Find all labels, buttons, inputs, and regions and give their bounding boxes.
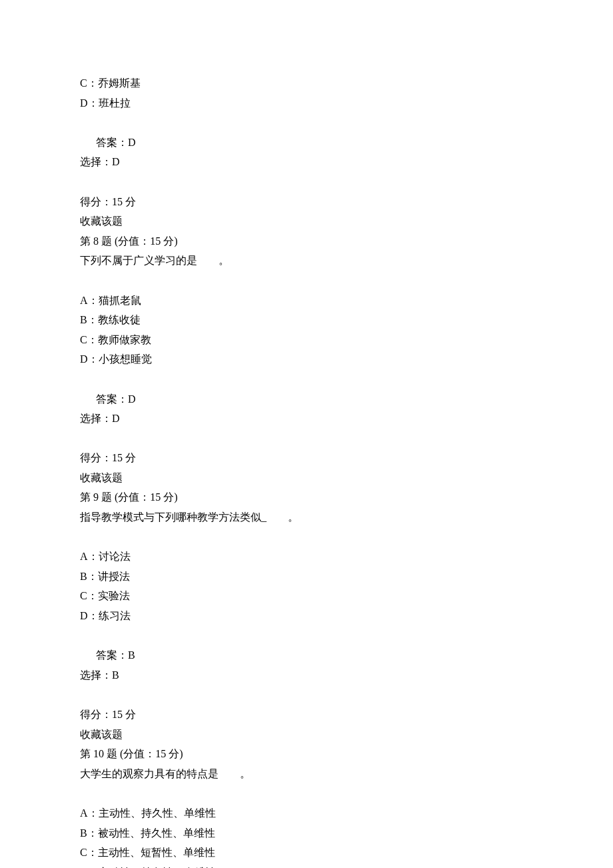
option-c: C：主动性、短暂性、单维性	[80, 843, 533, 863]
blank-line	[80, 685, 533, 705]
question-8: 得分：15 分 收藏该题 第 8 题 (分值：15 分) 下列不属于广义学习的是…	[80, 192, 533, 429]
answer-value: B	[128, 649, 135, 661]
blank-line	[80, 369, 533, 389]
favorite-link[interactable]: 收藏该题	[80, 468, 533, 488]
question-stem: 大学生的观察力具有的特点是 。	[80, 764, 533, 784]
answer-line: 答案：D	[80, 389, 533, 409]
question-header: 第 8 题 (分值：15 分)	[80, 231, 533, 251]
favorite-link[interactable]: 收藏该题	[80, 725, 533, 745]
blank-line	[80, 626, 533, 646]
answer-label: 答案：	[96, 393, 128, 405]
choice-label: 选择：	[80, 156, 112, 167]
option-c: C：教师做家教	[80, 330, 533, 350]
score-value: 15 分	[112, 196, 136, 207]
choice-value: B	[112, 669, 119, 681]
option-b: B：被动性、持久性、单维性	[80, 823, 533, 843]
question-stem: 指导教学模式与下列哪种教学方法类似_ 。	[80, 507, 533, 527]
option-d: D：班杜拉	[80, 93, 533, 113]
score-label: 得分：	[80, 709, 112, 720]
option-c: C：实验法	[80, 586, 533, 606]
score-line: 得分：15 分	[80, 448, 533, 468]
choice-value: D	[112, 156, 120, 167]
choice-line: 选择：D	[80, 409, 533, 429]
option-d: D：主动性、持久性、多维性	[80, 863, 533, 868]
blank-line	[80, 271, 533, 291]
choice-label: 选择：	[80, 413, 112, 424]
choice-line: 选择：B	[80, 665, 533, 685]
option-a: A：讨论法	[80, 547, 533, 567]
blank-line	[80, 429, 533, 449]
question-header: 第 10 题 (分值：15 分)	[80, 744, 533, 764]
choice-label: 选择：	[80, 669, 112, 681]
score-line: 得分：15 分	[80, 192, 533, 212]
score-line: 得分：15 分	[80, 705, 533, 725]
answer-line: 答案：D	[80, 133, 533, 153]
blank-line	[80, 783, 533, 803]
choice-line: 选择：D	[80, 152, 533, 172]
answer-label: 答案：	[96, 137, 128, 148]
option-d: D：小孩想睡觉	[80, 349, 533, 369]
score-label: 得分：	[80, 452, 112, 463]
question-9: 得分：15 分 收藏该题 第 9 题 (分值：15 分) 指导教学模式与下列哪种…	[80, 448, 533, 685]
blank-line	[80, 527, 533, 547]
question-10: 得分：15 分 收藏该题 第 10 题 (分值：15 分) 大学生的观察力具有的…	[80, 705, 533, 868]
question-7-tail: C：乔姆斯基 D：班杜拉 答案：D 选择：D	[80, 73, 533, 172]
answer-line: 答案：B	[80, 645, 533, 665]
score-label: 得分：	[80, 196, 112, 207]
score-value: 15 分	[112, 709, 136, 720]
answer-label: 答案：	[96, 649, 128, 661]
answer-value: D	[128, 137, 136, 148]
question-header: 第 9 题 (分值：15 分)	[80, 487, 533, 507]
question-stem: 下列不属于广义学习的是 。	[80, 251, 533, 271]
option-d: D：练习法	[80, 606, 533, 626]
score-value: 15 分	[112, 452, 136, 463]
choice-value: D	[112, 413, 120, 424]
option-a: A：主动性、持久性、单维性	[80, 803, 533, 823]
favorite-link[interactable]: 收藏该题	[80, 211, 533, 231]
option-c: C：乔姆斯基	[80, 73, 533, 93]
blank-line	[80, 172, 533, 192]
option-b: B：讲授法	[80, 567, 533, 587]
answer-value: D	[128, 393, 136, 405]
blank-line	[80, 113, 533, 133]
option-b: B：教练收徒	[80, 310, 533, 330]
option-a: A：猫抓老鼠	[80, 291, 533, 311]
